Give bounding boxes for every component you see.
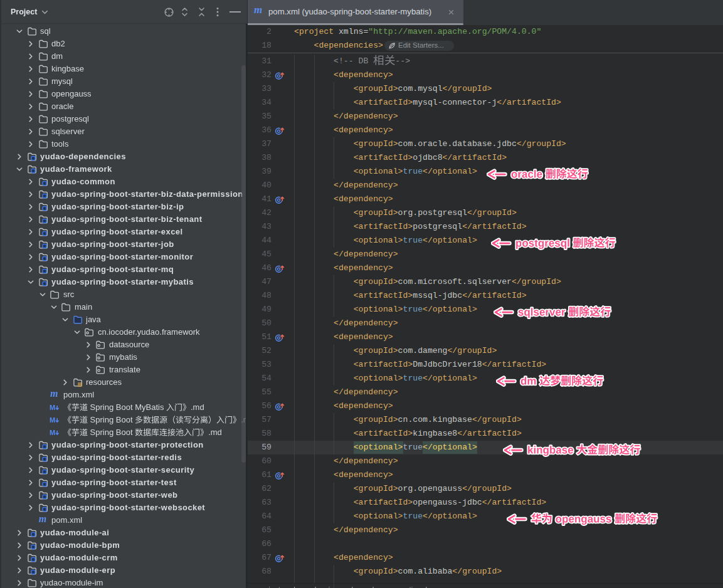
svg-text:M: M — [50, 404, 55, 411]
svg-text:M: M — [50, 429, 55, 436]
svg-text:M: M — [50, 416, 55, 424]
